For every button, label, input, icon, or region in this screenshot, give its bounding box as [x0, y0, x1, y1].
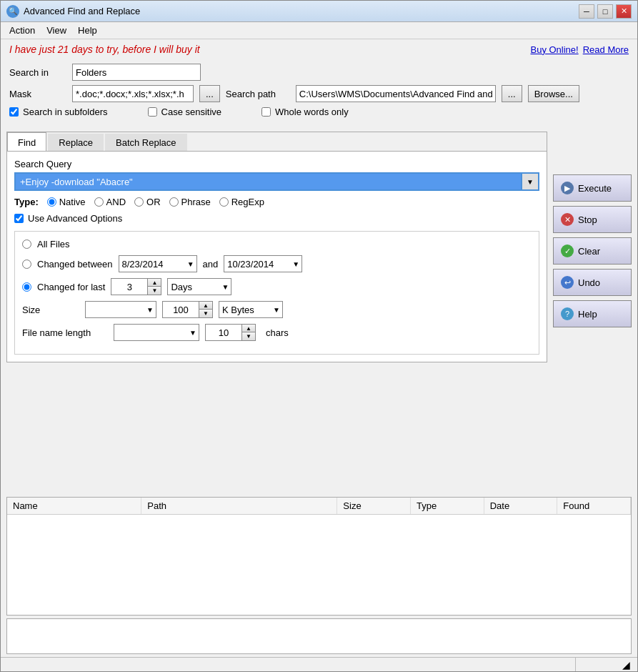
mask-ellipsis-button[interactable]: ... — [199, 85, 220, 102]
filename-length-down[interactable]: ▼ — [242, 332, 255, 340]
search-in-row: Search in Folders — [9, 64, 629, 81]
size-unit-select[interactable]: K Bytes Bytes M Bytes — [219, 301, 283, 318]
search-subfolders-label: Search in subfolders — [9, 107, 108, 117]
type-regexp-radio: RegExp — [219, 197, 264, 207]
tab-batch-replace[interactable]: Batch Replace — [105, 134, 187, 151]
minimize-button[interactable]: ─ — [579, 4, 594, 19]
search-controls: Search in Folders Mask ... Search path .… — [1, 59, 637, 126]
changed-for-last-radio[interactable] — [22, 282, 31, 292]
size-unit-wrapper: K Bytes Bytes M Bytes ▼ — [219, 301, 283, 318]
clear-button[interactable]: ✓ Clear — [553, 237, 632, 265]
menu-bar: Action View Help — [1, 22, 637, 39]
execute-icon: ▶ — [561, 182, 574, 194]
results-header: Name Path Size Type Date Found — [7, 498, 631, 515]
path-ellipsis-button[interactable]: ... — [502, 85, 522, 102]
search-path-input[interactable] — [296, 85, 496, 102]
resize-grip-icon[interactable]: ◢ — [622, 659, 630, 671]
menu-action[interactable]: Action — [4, 24, 41, 37]
help-icon: ? — [561, 307, 574, 320]
search-in-label: Search in — [9, 67, 66, 78]
col-found: Found — [557, 498, 631, 514]
undo-button[interactable]: ↩ Undo — [553, 269, 632, 296]
use-advanced-label: Use Advanced Options — [14, 213, 539, 224]
whole-words-checkbox[interactable] — [261, 107, 271, 117]
whole-words-label: Whole words only — [261, 107, 349, 117]
filename-op-wrapper: = < > ▼ — [114, 324, 199, 341]
advanced-options-section: All Files Changed between 8/23/2014 ▼ — [14, 231, 539, 355]
search-in-select[interactable]: Folders — [72, 64, 201, 81]
search-in-wrapper: Folders — [72, 64, 201, 81]
search-query-input[interactable] — [14, 172, 522, 191]
date-from-select[interactable]: 8/23/2014 — [119, 255, 197, 272]
stop-icon: ✕ — [561, 213, 574, 226]
filename-op-select[interactable]: = < > — [114, 324, 199, 341]
col-name: Name — [7, 498, 141, 514]
changed-for-last-spinner: ▲ ▼ — [111, 278, 161, 295]
main-window: 🔍 Advanced Find and Replace ─ □ ✕ Action… — [0, 0, 638, 672]
maximize-button[interactable]: □ — [597, 4, 613, 19]
date-to-wrapper: 10/23/2014 ▼ — [224, 255, 302, 272]
size-input[interactable] — [163, 302, 199, 317]
filename-length-arrows: ▲ ▼ — [241, 325, 255, 340]
type-native-radio: Native — [47, 197, 86, 207]
mask-input[interactable] — [72, 85, 194, 102]
changed-for-last-input[interactable] — [111, 279, 147, 295]
tab-replace[interactable]: Replace — [48, 134, 104, 151]
type-phrase-radio: Phrase — [169, 197, 211, 207]
promo-bar: I have just 21 days to try, before I wil… — [1, 39, 637, 59]
left-panel: Find Replace Batch Replace Search Query … — [6, 132, 547, 491]
main-area: Find Replace Batch Replace Search Query … — [1, 126, 637, 497]
title-bar: 🔍 Advanced Find and Replace ─ □ ✕ — [1, 1, 637, 22]
changed-between-radio[interactable] — [22, 260, 31, 269]
use-advanced-checkbox[interactable] — [14, 214, 24, 223]
window-controls: ─ □ ✕ — [579, 4, 632, 19]
mask-label: Mask — [9, 89, 66, 99]
read-more-link[interactable]: Read More — [583, 44, 629, 55]
status-left — [5, 658, 576, 671]
filename-length-input[interactable] — [206, 325, 241, 340]
search-path-label: Search path — [226, 89, 290, 99]
size-up[interactable]: ▲ — [199, 302, 212, 310]
size-spinner-arrows: ▲ ▼ — [199, 302, 212, 317]
search-query-dropdown[interactable]: ▼ — [522, 172, 539, 191]
results-area: Name Path Size Type Date Found — [6, 497, 632, 616]
menu-help[interactable]: Help — [72, 24, 103, 37]
filename-length-row: File name length = < > ▼ — [22, 324, 532, 341]
tab-bar: Find Replace Batch Replace — [7, 132, 547, 152]
help-button[interactable]: ? Help — [553, 300, 632, 327]
date-to-select[interactable]: 10/23/2014 — [224, 255, 302, 272]
spinner-arrows: ▲ ▼ — [147, 279, 161, 295]
close-button[interactable]: ✕ — [616, 4, 632, 19]
changed-for-last-row: Changed for last ▲ ▼ Days — [22, 278, 532, 295]
status-right: ◢ — [576, 658, 633, 671]
date-from-wrapper: 8/23/2014 ▼ — [119, 255, 197, 272]
promo-text: I have just 21 days to try, before I wil… — [9, 44, 200, 55]
filename-length-up[interactable]: ▲ — [242, 325, 255, 332]
menu-view[interactable]: View — [41, 24, 72, 37]
case-sensitive-checkbox[interactable] — [148, 107, 157, 117]
type-and-radio: AND — [94, 197, 126, 207]
buy-online-link[interactable]: Buy Online! — [530, 44, 578, 55]
undo-icon: ↩ — [561, 276, 574, 289]
tab-find[interactable]: Find — [7, 132, 46, 151]
col-path: Path — [141, 498, 337, 514]
all-files-radio[interactable] — [22, 239, 31, 249]
size-op-select[interactable]: = < > — [85, 301, 156, 318]
changed-for-last-down[interactable]: ▼ — [148, 287, 161, 295]
execute-button[interactable]: ▶ Execute — [553, 174, 632, 202]
type-label: Type: — [14, 197, 39, 207]
right-buttons: ▶ Execute ✕ Stop ✓ Clear ↩ Undo ? Help — [553, 132, 632, 491]
col-date: Date — [484, 498, 558, 514]
stop-button[interactable]: ✕ Stop — [553, 206, 632, 233]
case-sensitive-label: Case sensitive — [148, 107, 222, 117]
changed-between-row: Changed between 8/23/2014 ▼ and 10/2 — [22, 255, 532, 272]
changed-for-last-up[interactable]: ▲ — [148, 279, 161, 287]
period-select[interactable]: Days Weeks Months — [167, 278, 231, 295]
size-row: Size = < > ▼ — [22, 301, 532, 318]
size-down[interactable]: ▼ — [199, 310, 212, 317]
search-subfolders-checkbox[interactable] — [9, 107, 19, 117]
bottom-bar: ◢ — [1, 657, 637, 671]
browse-button[interactable]: Browse... — [528, 85, 579, 102]
size-op-wrapper: = < > ▼ — [85, 301, 156, 318]
find-tab-content: Search Query ▼ Type: Native AND — [7, 152, 547, 362]
